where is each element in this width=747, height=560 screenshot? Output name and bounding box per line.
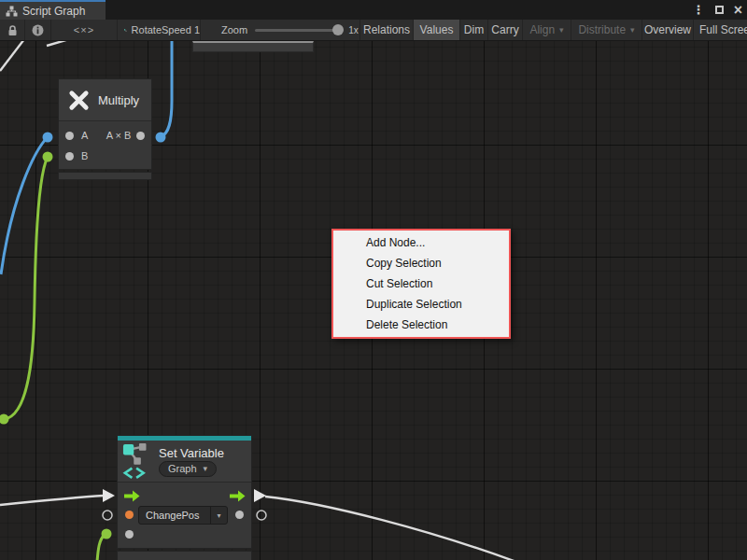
- flow-wire-arrow: [103, 489, 115, 502]
- wire-endpoint-green: [102, 529, 112, 539]
- multiply-node-header[interactable]: Multiply: [59, 79, 151, 121]
- tab-title: Script Graph: [22, 5, 85, 18]
- node-set-variable[interactable]: Set Variable Graph ▾ Ch: [117, 435, 252, 549]
- wire-green-left: [5, 157, 48, 419]
- maximize-icon[interactable]: [715, 6, 724, 14]
- graph-tab-icon: [6, 6, 18, 17]
- relations-label: Relations: [363, 23, 410, 36]
- port-result-label: A × B: [96, 130, 141, 141]
- toolbar-button-values[interactable]: Values: [414, 20, 460, 40]
- flow-wire-arrow: [254, 489, 266, 502]
- fullscreen-label: Full Screen: [699, 23, 747, 36]
- toolbar-button-relations[interactable]: Relations: [360, 20, 414, 40]
- multiply-node-title: Multiply: [98, 93, 139, 107]
- node-multiply[interactable]: Multiply A A × B B: [58, 78, 152, 170]
- script-graph-icon: [124, 24, 127, 36]
- wire-white-flow-in: [0, 496, 104, 505]
- multiply-icon: [67, 89, 91, 112]
- toolbar-button-align[interactable]: Align ▾: [523, 20, 571, 40]
- chevron-down-icon: ▾: [630, 25, 635, 35]
- lock-button[interactable]: [0, 20, 25, 40]
- set-variable-body: ChangePos ▾: [118, 483, 251, 548]
- menu-item-copy-selection[interactable]: Copy Selection: [333, 253, 509, 273]
- toolbar-button-distribute[interactable]: Distribute ▾: [571, 20, 642, 40]
- zoom-slider[interactable]: [255, 29, 341, 32]
- wire-blue-input: [1, 137, 48, 274]
- node-fragment-top[interactable]: [192, 41, 314, 52]
- align-label: Align: [529, 23, 555, 36]
- graph-owner-button[interactable]: RotateSpeed 1: [118, 20, 201, 40]
- values-label: Values: [420, 23, 454, 36]
- toolbar-button-fullscreen[interactable]: Full Screen: [694, 20, 747, 40]
- zoom-control: Zoom 1x: [201, 20, 360, 40]
- wire-white-top-stub: [47, 41, 69, 46]
- set-variable-footer: [117, 551, 252, 560]
- wire-endpoint-green: [0, 414, 9, 425]
- set-variable-title: Set Variable: [159, 446, 224, 460]
- toolbar-button-carry[interactable]: Carry: [488, 20, 523, 40]
- wire-endpoint-blue: [43, 133, 53, 143]
- info-button[interactable]: [25, 20, 51, 40]
- multiply-node-body: A A × B B: [59, 121, 151, 169]
- flow-output-port[interactable]: [230, 490, 246, 502]
- kebab-menu-icon[interactable]: ⋮: [693, 4, 705, 16]
- dim-label: Dim: [464, 23, 484, 36]
- wire-white-flow-out: [265, 497, 516, 560]
- port-row-a: A A × B: [59, 126, 151, 147]
- menu-item-duplicate-selection[interactable]: Duplicate Selection: [333, 294, 509, 315]
- port-circle-empty[interactable]: [257, 511, 266, 520]
- overview-label: Overview: [644, 23, 691, 36]
- wire-endpoint-green: [43, 152, 53, 162]
- zoom-label: Zoom: [221, 24, 247, 35]
- wire-green-bottom: [97, 535, 105, 560]
- variable-scope-label: Graph: [168, 463, 197, 474]
- wire-endpoint-blue: [156, 133, 166, 143]
- multiply-node-footer: [58, 172, 152, 180]
- code-icon: <×>: [74, 24, 94, 35]
- set-variable-titles: Set Variable Graph ▾: [159, 446, 224, 477]
- port-row-b: B: [59, 147, 151, 167]
- port-circle-empty[interactable]: [103, 511, 112, 520]
- input-port-b[interactable]: [65, 152, 74, 161]
- graph-toolbar: <×> RotateSpeed 1 Zoom 1x Relations Valu…: [0, 20, 747, 41]
- unity-visual-scripting-window: Script Graph ⋮ × <×>: [0, 0, 747, 560]
- tab-bar: Script Graph ⋮ ×: [0, 0, 747, 20]
- info-icon: [32, 24, 44, 36]
- output-value-port[interactable]: [235, 511, 244, 519]
- chevron-down-icon: ▾: [217, 511, 220, 520]
- zoom-slider-handle[interactable]: [332, 24, 344, 35]
- variable-name-port[interactable]: [125, 511, 134, 519]
- zoom-value: 1x: [348, 25, 359, 35]
- wire-blue-output: [161, 41, 172, 137]
- carry-label: Carry: [491, 23, 518, 36]
- input-value-port[interactable]: [125, 530, 134, 539]
- set-variable-icon: [122, 442, 154, 480]
- close-icon[interactable]: ×: [734, 3, 742, 18]
- menu-item-add-node[interactable]: Add Node...: [333, 232, 509, 253]
- flow-input-port[interactable]: [124, 490, 140, 502]
- window-controls: ⋮ ×: [693, 0, 742, 20]
- output-port-result[interactable]: [136, 132, 145, 140]
- variable-dropdown-button[interactable]: ▾: [210, 507, 227, 524]
- variable-name-value: ChangePos: [139, 507, 210, 524]
- toolbar-button-overview[interactable]: Overview: [642, 20, 694, 40]
- variable-scope-dropdown[interactable]: Graph ▾: [159, 461, 217, 477]
- port-b-label: B: [81, 150, 88, 161]
- set-variable-header[interactable]: Set Variable Graph ▾: [118, 441, 251, 483]
- menu-item-cut-selection[interactable]: Cut Selection: [333, 273, 509, 294]
- tab-script-graph[interactable]: Script Graph: [0, 0, 106, 20]
- toolbar-button-dim[interactable]: Dim: [460, 20, 488, 40]
- lock-icon: [7, 24, 19, 36]
- distribute-label: Distribute: [578, 23, 626, 36]
- input-port-a[interactable]: [65, 132, 74, 140]
- chevron-down-icon: ▾: [204, 464, 208, 473]
- graph-owner-label: RotateSpeed 1: [132, 24, 200, 35]
- port-a-label: A: [81, 130, 88, 141]
- wire-white-topleft: [0, 41, 24, 71]
- menu-item-delete-selection[interactable]: Delete Selection: [333, 315, 509, 335]
- chevron-down-icon: ▾: [559, 25, 564, 35]
- variable-name-dropdown[interactable]: ChangePos ▾: [138, 506, 228, 525]
- graph-canvas[interactable]: Multiply A A × B B: [0, 41, 747, 560]
- code-preview-button[interactable]: <×>: [51, 20, 118, 40]
- context-menu: Add Node... Copy Selection Cut Selection…: [331, 229, 511, 339]
